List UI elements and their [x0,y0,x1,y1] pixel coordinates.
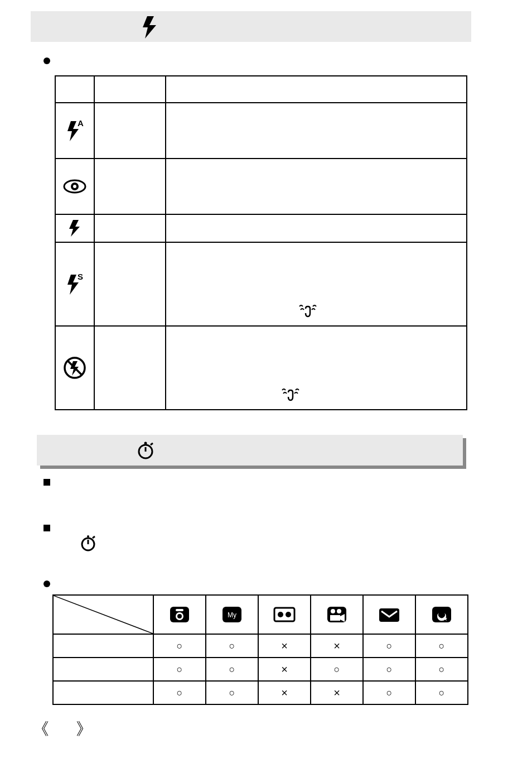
avail-cell: ○ [363,634,415,658]
bullet-dot [43,580,50,587]
avail-cell: × [258,658,311,681]
svg-rect-22 [274,608,294,621]
camera-mode-icon [154,605,205,624]
mode-header-cell [258,595,311,634]
mode-header-cell [415,595,468,634]
mode-cell [94,214,166,242]
circle-mark: ○ [229,664,235,675]
row-label-cell [53,681,153,704]
desc-cell [166,103,467,159]
svg-line-14 [93,536,95,538]
timer-icon [80,535,96,551]
diagonal-header-cell [53,595,153,634]
mail-mode-icon [364,606,415,623]
icon-cell [55,214,94,242]
x-mark: × [281,687,288,699]
circle-mark: ○ [334,664,340,675]
avail-cell: ○ [153,681,206,704]
diagonal-line [54,596,153,634]
mode-header-cell [153,595,206,634]
svg-point-27 [337,609,341,613]
shake-warning-icon [298,303,318,319]
circle-mark: ○ [229,640,235,651]
movie-mode-icon [311,605,362,624]
timer-icon [137,442,154,459]
icon-cell: A [55,103,94,159]
circle-mark: ○ [386,687,393,698]
circle-mark: ○ [386,640,393,651]
svg-text:My: My [228,611,236,619]
table-row [55,214,467,242]
avail-cell: ○ [206,658,258,681]
table-row [55,326,467,410]
x-mark: × [333,640,340,652]
header-mode-cell [94,76,166,103]
svg-rect-17 [176,609,183,611]
flash-slow-icon: S [56,272,94,296]
header-icon-cell [55,76,94,103]
mode-cell [94,103,166,159]
svg-point-24 [286,612,291,617]
svg-line-10 [151,443,153,445]
circle-mark: ○ [439,664,445,675]
table-header-row: My [53,595,468,634]
bullet-square [43,525,50,531]
mode-cell [94,326,166,410]
avail-cell: ○ [206,681,258,704]
table-row: A [55,103,467,159]
eye-icon [56,179,94,194]
avail-cell: ○ [153,634,206,658]
circle-mark: ○ [177,687,183,698]
table-row: ○ ○ × ○ ○ ○ [53,658,468,681]
availability-table: My ○ ○ × × ○ ○ [52,594,468,705]
flash-section-header [31,11,471,42]
avail-cell: ○ [363,658,415,681]
mode-cell [94,159,166,214]
x-mark: × [333,687,340,699]
avail-cell: ○ [153,658,206,681]
desc-cell [166,214,467,242]
mode-cell [94,242,166,326]
shake-warning-icon [280,387,301,402]
row-label-cell [53,634,153,658]
svg-point-9 [144,442,147,445]
circle-mark: ○ [439,640,445,651]
avail-cell: × [258,681,311,704]
voice-mode-icon [259,606,310,623]
mode-header-cell [311,595,363,634]
svg-rect-29 [379,608,399,622]
flash-icon [139,15,158,39]
header-desc-cell [166,76,467,103]
avail-cell: ○ [415,634,468,658]
icon-cell: S [55,242,94,326]
circle-mark: ○ [386,664,393,675]
avail-cell: ○ [311,658,363,681]
icon-cell [55,326,94,410]
circle-mark: ○ [177,640,183,651]
avail-cell: ○ [415,681,468,704]
avail-cell: × [311,634,363,658]
row-label-cell [53,658,153,681]
svg-line-15 [54,596,153,634]
table-row: S [55,242,467,326]
svg-point-19 [177,614,182,618]
desc-cell [166,326,467,410]
desc-cell [166,242,467,326]
avail-cell: ○ [363,681,415,704]
page-footer-brackets: 《 》 [32,718,104,741]
flash-off-icon [56,356,94,380]
x-mark: × [281,663,288,675]
svg-point-26 [331,609,335,613]
timer-section-header [37,435,463,466]
svg-point-3 [73,185,76,188]
desc-cell [166,159,467,214]
avail-cell: ○ [206,634,258,658]
svg-point-13 [87,535,89,538]
icon-cell [55,159,94,214]
svg-text:A: A [78,119,84,128]
table-row [55,159,467,214]
bullet-dot [43,57,50,64]
mode-header-cell [363,595,415,634]
svg-rect-28 [330,615,340,621]
avail-cell: ○ [415,658,468,681]
